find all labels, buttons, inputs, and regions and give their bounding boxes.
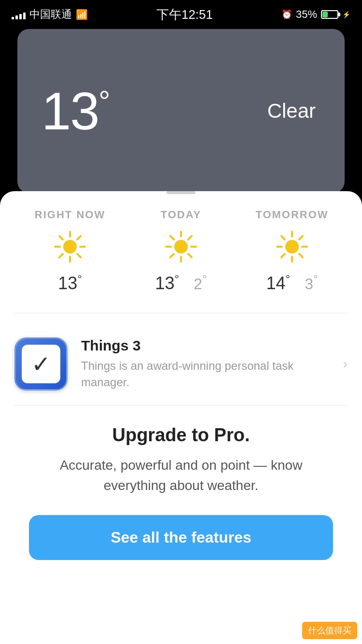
svg-line-16 — [188, 236, 192, 239]
battery-icon — [321, 10, 338, 19]
signal-bar-3 — [19, 14, 22, 19]
svg-point-18 — [285, 240, 299, 253]
divider-1 — [14, 313, 348, 313]
svg-line-25 — [299, 236, 303, 239]
divider-2 — [14, 405, 348, 406]
svg-line-5 — [59, 236, 63, 239]
forecast-label-today: TODAY — [161, 209, 202, 221]
forecast-label-rightnow: RIGHT NOW — [35, 209, 105, 221]
carrier-text: 中国联通 — [29, 7, 72, 22]
battery-fill — [322, 12, 328, 17]
weather-card: 13° Clear — [17, 29, 345, 193]
svg-point-9 — [174, 240, 188, 253]
app-icon: ✓ — [14, 337, 68, 391]
app-info: Things 3 Things is an award-winning pers… — [81, 337, 330, 390]
svg-line-23 — [281, 236, 285, 239]
bottom-sheet: RIGHT NOW 13° TODAY — [0, 191, 362, 644]
svg-line-17 — [170, 254, 174, 257]
forecast-temp-rightnow: 13° — [58, 272, 82, 294]
svg-line-14 — [170, 236, 174, 239]
app-name: Things 3 — [81, 337, 330, 354]
forecast-col-rightnow: RIGHT NOW 13° — [14, 209, 125, 294]
sun-icon-today — [164, 230, 198, 264]
see-features-button[interactable]: See all the features — [29, 515, 333, 560]
signal-bar-1 — [12, 17, 14, 19]
forecast-row: RIGHT NOW 13° TODAY — [0, 209, 362, 294]
sun-icon-tomorrow — [275, 230, 309, 264]
svg-line-26 — [281, 254, 285, 257]
drag-handle[interactable] — [167, 191, 195, 194]
upgrade-section: Upgrade to Pro. Accurate, powerful and o… — [0, 425, 362, 560]
wifi-icon: 📶 — [76, 9, 88, 20]
watermark: 什么值得买 — [302, 622, 357, 639]
weather-condition: Clear — [267, 99, 316, 123]
forecast-temp-tomorrow: 14° 3° — [266, 272, 318, 294]
status-bar: 中国联通 📶 下午12:51 ⏰ 35% ⚡ — [0, 0, 362, 29]
forecast-label-tomorrow: TOMORROW — [255, 209, 328, 221]
app-description: Things is an award-winning personal task… — [81, 358, 330, 390]
forecast-col-tomorrow: TOMORROW 14° 3° — [237, 209, 348, 294]
signal-bar-4 — [23, 13, 26, 19]
battery-percent: 35% — [296, 8, 317, 21]
svg-line-15 — [188, 254, 192, 257]
checkmark-icon: ✓ — [31, 350, 51, 378]
upgrade-description: Accurate, powerful and on point — know e… — [29, 455, 333, 496]
chevron-right-icon: › — [343, 356, 348, 372]
svg-point-0 — [63, 240, 77, 253]
signal-bar-2 — [15, 15, 18, 19]
svg-line-7 — [77, 236, 81, 239]
signal-bars — [12, 10, 26, 19]
bolt-icon: ⚡ — [342, 11, 350, 18]
app-icon-inner: ✓ — [22, 345, 60, 383]
alarm-icon: ⏰ — [281, 9, 292, 20]
forecast-col-today: TODAY 13° 2° — [125, 209, 237, 294]
sun-icon-rightnow — [53, 230, 87, 264]
status-right: ⏰ 35% ⚡ — [281, 8, 350, 21]
status-time: 下午12:51 — [156, 6, 213, 23]
upgrade-title: Upgrade to Pro. — [29, 425, 333, 446]
svg-line-6 — [77, 254, 81, 257]
forecast-temp-today: 13° 2° — [155, 272, 207, 294]
svg-line-24 — [299, 254, 303, 257]
status-left: 中国联通 📶 — [12, 7, 88, 22]
app-promo[interactable]: ✓ Things 3 Things is an award-winning pe… — [0, 328, 362, 400]
svg-line-8 — [59, 254, 63, 257]
